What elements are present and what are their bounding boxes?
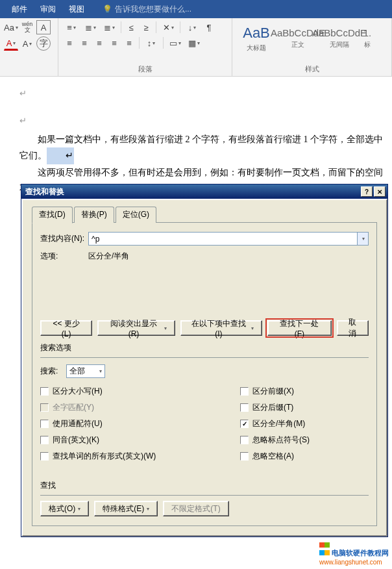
chevron-down-icon: ▾ bbox=[251, 325, 254, 331]
borders-icon[interactable]: ▦▾ bbox=[185, 36, 203, 50]
windows-logo-icon bbox=[319, 541, 330, 557]
find-what-input[interactable] bbox=[88, 232, 357, 246]
checkbox-option[interactable]: 忽略空格(A) bbox=[240, 451, 369, 462]
checkbox-icon bbox=[40, 403, 49, 412]
char-shading-icon[interactable]: A▾ bbox=[20, 36, 34, 51]
text-direction-icon[interactable]: ✕▾ bbox=[159, 20, 177, 34]
checkbox-label: 忽略标点符号(S) bbox=[252, 435, 310, 446]
watermark: 电脑软硬件教程网 www.liangshunet.com bbox=[319, 541, 389, 566]
checkbox-icon bbox=[240, 452, 249, 461]
dialog-tab-strip: 查找(D) 替换(P) 定位(G) bbox=[32, 207, 377, 223]
checkbox-option[interactable]: 忽略标点符号(S) bbox=[240, 435, 369, 446]
checkbox-label: 忽略空格(A) bbox=[252, 451, 294, 462]
checkbox-icon bbox=[240, 403, 249, 412]
align-right-icon[interactable]: ≡ bbox=[92, 36, 106, 50]
checkbox-icon bbox=[240, 420, 249, 428]
find-in-button[interactable]: 在以下项中查找(I) ▾ bbox=[180, 320, 262, 336]
checkbox-option[interactable]: 区分前缀(X) bbox=[240, 386, 369, 397]
tab-mail[interactable]: 邮件 bbox=[5, 0, 34, 18]
tab-goto[interactable]: 定位(G) bbox=[116, 207, 156, 223]
pinyin-guide-icon[interactable]: wén文 bbox=[20, 20, 34, 34]
checkbox-label: 区分前缀(X) bbox=[252, 386, 294, 397]
special-button[interactable]: 特殊格式(E) ▾ bbox=[94, 501, 158, 516]
ribbon: Aa▾ wén文 A A▾ A▾ 字 ≡▾ ≣▾ ≣▾ ≤ ≥ ✕▾ bbox=[0, 18, 392, 77]
tab-view[interactable]: 视图 bbox=[62, 0, 91, 18]
checkbox-option[interactable]: 使用通配符(U) bbox=[40, 418, 169, 429]
align-distribute-icon[interactable]: ≡ bbox=[122, 36, 136, 50]
show-marks-icon[interactable]: ¶ bbox=[202, 20, 216, 34]
style-heading[interactable]: 1. 标 bbox=[361, 20, 374, 57]
chevron-down-icon: ▾ bbox=[99, 368, 102, 374]
checkbox-label: 使用通配符(U) bbox=[53, 418, 103, 429]
align-justify-icon[interactable]: ≡ bbox=[107, 36, 121, 50]
checkbox-label: 区分大小写(H) bbox=[53, 386, 103, 397]
tell-me-text: 告诉我您想要做什么... bbox=[115, 4, 191, 15]
checkbox-label: 区分全/半角(M) bbox=[252, 418, 305, 429]
style-nospacing[interactable]: AaBbCcDdE 无间隔 bbox=[319, 20, 360, 57]
checkbox-icon bbox=[40, 436, 49, 444]
selection-cursor: ↵ bbox=[47, 147, 74, 164]
paragraph-mark-icon: ↵ bbox=[19, 116, 27, 125]
find-dropdown-button[interactable]: ▾ bbox=[357, 232, 369, 246]
tab-replace[interactable]: 替换(P) bbox=[74, 207, 114, 223]
tab-find[interactable]: 查找(D) bbox=[32, 207, 73, 223]
shading-icon[interactable]: ▭▾ bbox=[166, 36, 184, 50]
paragraph-group: ≡▾ ≣▾ ≣▾ ≤ ≥ ✕▾ ↓▾ ¶ ≡ ≡ ≡ ≡ ≡ ↕▾ bbox=[58, 18, 232, 76]
find-next-button[interactable]: 查找下一处(F) bbox=[267, 320, 332, 336]
checkbox-icon bbox=[240, 387, 249, 396]
options-value: 区分全/半角 bbox=[88, 251, 129, 262]
cancel-button[interactable]: 取消 bbox=[337, 320, 369, 336]
change-case-icon[interactable]: Aa▾ bbox=[4, 20, 18, 34]
checkbox-option[interactable]: 区分大小写(H) bbox=[40, 386, 169, 397]
search-direction-label: 搜索: bbox=[40, 366, 66, 377]
tab-review[interactable]: 审阅 bbox=[34, 0, 62, 18]
checkbox-option[interactable]: 区分后缀(T) bbox=[240, 402, 369, 413]
paragraph-label: 段落 bbox=[62, 63, 228, 76]
less-button[interactable]: << 更少(L) bbox=[40, 320, 92, 336]
reading-highlight-button[interactable]: 阅读突出显示(R) ▾ bbox=[97, 320, 175, 336]
checkbox-icon bbox=[40, 420, 49, 428]
checkbox-label: 全字匹配(Y) bbox=[53, 402, 94, 413]
lightbulb-icon: 💡 bbox=[103, 5, 112, 14]
checkbox-label: 区分后缀(T) bbox=[252, 402, 293, 413]
checkbox-option[interactable]: 查找单词的所有形式(英文)(W) bbox=[40, 451, 169, 462]
checkbox-option[interactable]: 同音(英文)(K) bbox=[40, 435, 169, 446]
font-group: Aa▾ wén文 A A▾ A▾ 字 bbox=[0, 18, 58, 76]
increase-indent-icon[interactable]: ≥ bbox=[139, 20, 153, 34]
chevron-down-icon: ▾ bbox=[147, 506, 149, 512]
find-replace-dialog: 查找和替换 ? ✕ 查找(D) 替换(P) 定位(G) 查找内容(N): ▾ 选… bbox=[21, 184, 388, 537]
line-spacing-icon[interactable]: ↕▾ bbox=[142, 36, 160, 50]
checkbox-option[interactable]: 区分全/半角(M) bbox=[240, 418, 369, 429]
help-button[interactable]: ? bbox=[361, 186, 373, 197]
enclose-char-icon[interactable]: 字 bbox=[36, 36, 51, 51]
styles-group: AaB 大标题 AaBbCcDdE 正文 AaBbCcDdE 无间隔 1. 标 … bbox=[232, 18, 392, 76]
search-options-label: 搜索选项 bbox=[40, 342, 369, 353]
multilevel-list-icon[interactable]: ≣▾ bbox=[100, 20, 118, 34]
search-direction-combo[interactable]: 全部 ▾ bbox=[66, 364, 105, 378]
style-normal[interactable]: AaBbCcDdE 正文 bbox=[278, 20, 318, 57]
close-button[interactable]: ✕ bbox=[374, 186, 386, 197]
checkbox-option: 全字匹配(Y) bbox=[40, 402, 169, 413]
sort-icon[interactable]: ↓▾ bbox=[183, 20, 201, 34]
document-area[interactable]: ↵ ↵ 如果一篇文档中，有些段落首行缩进 2 个字符，有些段落首行缩进 1 个字… bbox=[0, 77, 392, 184]
format-button[interactable]: 格式(O) ▾ bbox=[40, 501, 89, 516]
styles-label: 样式 bbox=[236, 63, 387, 76]
font-color-icon[interactable]: A▾ bbox=[4, 36, 18, 51]
style-heading1[interactable]: AaB 大标题 bbox=[236, 20, 276, 57]
bullets-icon[interactable]: ≡▾ bbox=[62, 20, 80, 34]
find-panel: 查找内容(N): ▾ 选项: 区分全/半角 << 更少(L) 阅读突出显示(R)… bbox=[32, 222, 377, 526]
numbering-icon[interactable]: ≣▾ bbox=[81, 20, 99, 34]
chevron-down-icon: ▾ bbox=[362, 236, 365, 242]
watermark-text2: www.liangshunet.com bbox=[319, 559, 382, 566]
char-border-icon[interactable]: A bbox=[36, 20, 51, 34]
align-center-icon[interactable]: ≡ bbox=[77, 36, 92, 50]
decrease-indent-icon[interactable]: ≤ bbox=[124, 20, 138, 34]
tell-me-field[interactable]: 💡 告诉我您想要做什么... bbox=[103, 4, 191, 15]
dialog-titlebar[interactable]: 查找和替换 ? ✕ bbox=[21, 184, 387, 199]
paragraph-mark-icon: ↵ bbox=[19, 88, 27, 98]
align-left-icon[interactable]: ≡ bbox=[62, 36, 77, 50]
no-formatting-button[interactable]: 不限定格式(T) bbox=[163, 501, 228, 516]
checkbox-label: 查找单词的所有形式(英文)(W) bbox=[53, 451, 156, 462]
options-label: 选项: bbox=[40, 251, 88, 262]
doc-paragraph: 如果一篇文档中，有些段落首行缩进 2 个字符，有些段落首行缩进 1 个字符，全部… bbox=[19, 134, 383, 160]
